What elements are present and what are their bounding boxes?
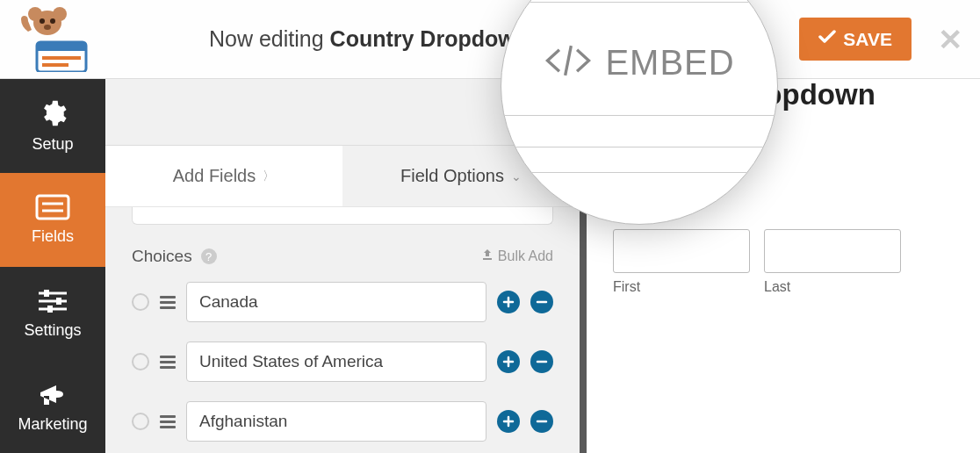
add-choice-button[interactable] bbox=[497, 410, 520, 433]
help-icon[interactable]: ? bbox=[201, 248, 217, 264]
svg-point-3 bbox=[40, 18, 45, 24]
svg-rect-8 bbox=[42, 56, 81, 60]
bulk-add-label: Bulk Add bbox=[498, 248, 553, 264]
svg-point-2 bbox=[53, 7, 67, 21]
editing-title: Now editing Country Dropdown bbox=[209, 26, 529, 52]
panel-tabs: Add Fields 〉 Field Options ⌄ bbox=[105, 146, 580, 207]
tab-label: Field Options bbox=[400, 166, 504, 186]
sidebar-label: Settings bbox=[24, 321, 81, 340]
default-radio[interactable] bbox=[132, 413, 149, 430]
gear-icon bbox=[38, 98, 68, 128]
svg-rect-11 bbox=[37, 196, 68, 219]
choice-row bbox=[132, 282, 553, 322]
sidebar-label: Marketing bbox=[18, 415, 87, 434]
bulk-add-button[interactable]: Bulk Add bbox=[481, 248, 553, 264]
field-panel: Add Fields 〉 Field Options ⌄ Choices ? B… bbox=[105, 79, 580, 453]
editing-prefix: Now editing bbox=[209, 26, 330, 51]
name-fields: First Last bbox=[613, 229, 954, 295]
sidebar-label: Setup bbox=[32, 135, 73, 154]
svg-rect-17 bbox=[56, 298, 61, 305]
tab-label: Add Fields bbox=[173, 166, 256, 186]
choices-header: Choices ? Bulk Add bbox=[132, 247, 553, 266]
add-choice-button[interactable] bbox=[497, 350, 520, 373]
choice-input[interactable] bbox=[186, 342, 486, 382]
svg-line-10 bbox=[566, 46, 572, 76]
embed-label[interactable]: EMBED bbox=[605, 43, 734, 83]
panel-body: Choices ? Bulk Add bbox=[105, 207, 580, 453]
drag-handle-icon[interactable] bbox=[160, 296, 176, 309]
megaphone-icon bbox=[37, 382, 68, 408]
drag-handle-icon[interactable] bbox=[160, 356, 176, 369]
default-radio[interactable] bbox=[132, 293, 149, 311]
svg-rect-7 bbox=[37, 42, 86, 51]
app-logo bbox=[7, 7, 99, 72]
partial-field-above bbox=[132, 207, 553, 225]
last-name-input[interactable] bbox=[764, 229, 901, 273]
top-bar: Now editing Country Dropdown SAVE ✕ bbox=[0, 0, 980, 79]
choice-input[interactable] bbox=[186, 282, 486, 322]
remove-choice-button[interactable] bbox=[530, 350, 553, 373]
svg-rect-9 bbox=[42, 63, 68, 67]
chevron-down-icon: ⌄ bbox=[511, 169, 522, 183]
last-sublabel: Last bbox=[764, 279, 901, 295]
save-button[interactable]: SAVE bbox=[799, 18, 912, 61]
sidebar-item-settings[interactable]: Settings bbox=[0, 267, 105, 361]
svg-point-1 bbox=[28, 7, 42, 21]
remove-choice-button[interactable] bbox=[530, 410, 553, 433]
sidebar-item-setup[interactable]: Setup bbox=[0, 79, 105, 173]
sliders-icon bbox=[37, 288, 68, 314]
default-radio[interactable] bbox=[132, 353, 149, 370]
add-choice-button[interactable] bbox=[497, 291, 520, 313]
sidebar: Setup Fields Settings Marketing bbox=[0, 79, 105, 453]
choices-heading: Choices bbox=[132, 247, 192, 266]
code-icon bbox=[544, 36, 593, 89]
upload-icon bbox=[481, 248, 494, 264]
choice-input[interactable] bbox=[186, 401, 486, 442]
choice-row bbox=[132, 401, 553, 442]
svg-point-4 bbox=[50, 18, 55, 24]
form-icon bbox=[35, 194, 70, 220]
sidebar-item-marketing[interactable]: Marketing bbox=[0, 361, 105, 453]
close-button[interactable]: ✕ bbox=[938, 22, 962, 57]
first-name-input[interactable] bbox=[613, 229, 750, 273]
check-icon bbox=[818, 28, 836, 50]
first-sublabel: First bbox=[613, 279, 750, 295]
choice-row bbox=[132, 342, 553, 382]
svg-point-5 bbox=[44, 25, 51, 30]
form-title: Country Dropdown bbox=[330, 26, 529, 51]
sidebar-item-fields[interactable]: Fields bbox=[0, 173, 105, 267]
save-label: SAVE bbox=[843, 29, 892, 50]
svg-rect-15 bbox=[44, 290, 49, 297]
svg-rect-19 bbox=[47, 306, 53, 313]
remove-choice-button[interactable] bbox=[530, 291, 553, 313]
sidebar-label: Fields bbox=[32, 227, 74, 246]
drag-handle-icon[interactable] bbox=[160, 415, 176, 428]
chevron-right-icon: 〉 bbox=[263, 169, 275, 184]
tab-add-fields[interactable]: Add Fields 〉 bbox=[105, 146, 342, 206]
